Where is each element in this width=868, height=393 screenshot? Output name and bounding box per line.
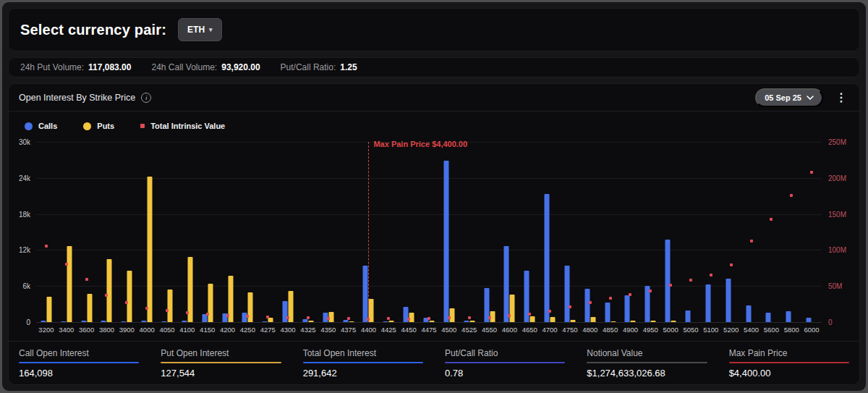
intrinsic-value-dot	[710, 274, 712, 276]
y-axis-right-tick: 200M	[828, 174, 846, 182]
strike-group-5400: 5400	[741, 142, 762, 322]
summary-stat-label: Notional Value	[587, 348, 707, 358]
strike-group-5050: 5050	[681, 142, 701, 322]
legend-item-total-intrinsic-value[interactable]: Total Intrinsic Value	[140, 122, 225, 130]
call-bar	[263, 321, 268, 322]
x-axis-tick: 5050	[683, 326, 698, 334]
y-axis-right-tick: 150M	[828, 210, 846, 218]
x-axis-tick: 5000	[663, 326, 678, 334]
summary-stat-max-pain-price: Max Pain Price$4,400.00	[729, 348, 849, 379]
strike-group-4300: 4300	[278, 142, 298, 322]
intrinsic-value-dot	[508, 314, 511, 317]
x-axis-tick: 3800	[99, 326, 114, 334]
panel-header: Open Interest By Strike Price i 05 Sep 2…	[9, 84, 859, 111]
call-bar	[383, 321, 388, 322]
y-axis-right-tick: 50M	[828, 282, 842, 290]
strike-group-4475: 4475	[419, 142, 439, 322]
max-pain-line	[368, 142, 369, 322]
call-bar	[545, 194, 550, 322]
stat-item: 24h Call Volume:93,920.00	[151, 62, 260, 72]
put-bar	[208, 284, 213, 322]
intrinsic-value-dot	[548, 310, 551, 313]
put-bar	[570, 320, 575, 322]
put-bar	[651, 321, 656, 322]
call-bar	[665, 240, 671, 322]
strike-group-3600: 3600	[77, 142, 97, 322]
summary-stat-put-call-ratio: Put/Call Ratio0.78	[445, 348, 565, 379]
summary-stat-label: Put Open Interest	[161, 348, 281, 358]
call-bar	[302, 319, 307, 322]
call-bar	[101, 321, 106, 322]
intrinsic-value-dot	[468, 316, 471, 319]
call-bar	[746, 305, 751, 322]
strike-group-5800: 5800	[781, 142, 801, 322]
summary-stat-notional-value: Notional Value$1,274,633,026.68	[587, 348, 707, 379]
strike-group-4050: 4050	[157, 142, 177, 322]
put-bar	[469, 321, 475, 322]
strike-group-4600: 4600	[499, 142, 519, 322]
strike-group-4200: 4200	[218, 142, 238, 322]
intrinsic-value-dot	[790, 194, 793, 197]
call-bar	[464, 321, 469, 322]
strike-group-6000: 6000	[801, 142, 822, 322]
call-bar	[283, 301, 288, 322]
strike-group-4850: 4850	[600, 142, 621, 322]
currency-pair-label: ETH	[187, 25, 205, 35]
intrinsic-value-dot	[427, 317, 430, 320]
put-bar	[590, 317, 595, 322]
x-axis-tick: 4400	[361, 326, 376, 334]
intrinsic-value-dot	[589, 301, 592, 304]
put-bar	[148, 177, 153, 322]
strike-group-4450: 4450	[399, 142, 419, 322]
currency-select-bar: Select currency pair: ETH ▾	[8, 8, 860, 51]
intrinsic-value-dot	[569, 305, 571, 308]
strike-group-3800: 3800	[97, 142, 117, 322]
call-bar	[807, 318, 812, 322]
put-bar	[268, 318, 273, 322]
x-axis-tick: 4100	[179, 326, 195, 334]
put-bar	[248, 292, 253, 322]
legend-item-puts[interactable]: Puts	[83, 122, 114, 130]
strike-group-4650: 4650	[519, 142, 540, 322]
strike-group-4275: 4275	[258, 142, 278, 322]
x-axis-tick: 3400	[59, 326, 74, 334]
intrinsic-value-dot	[65, 263, 68, 266]
strike-group-4950: 4950	[640, 142, 660, 322]
x-axis-tick: 4375	[341, 326, 356, 334]
summary-stat-label: Total Open Interest	[303, 348, 423, 358]
x-axis-tick: 4350	[320, 326, 336, 334]
intrinsic-value-dot	[407, 318, 410, 321]
strike-group-4150: 4150	[197, 142, 218, 322]
call-bar	[504, 246, 509, 322]
x-axis-tick: 4250	[240, 326, 255, 334]
call-bar	[685, 310, 690, 322]
strike-group-3200: 3200	[36, 142, 56, 322]
intrinsic-value-dot	[770, 218, 773, 221]
intrinsic-value-dot	[266, 316, 269, 318]
currency-pair-dropdown[interactable]: ETH ▾	[178, 18, 222, 41]
stat-item: 24h Put Volume:117,083.00	[20, 62, 131, 72]
summary-stat-label: Put/Call Ratio	[445, 348, 565, 358]
put-bar	[429, 321, 434, 322]
x-axis-tick: 3600	[79, 326, 94, 334]
summary-stat-underline	[729, 362, 849, 363]
app-window: Select currency pair: ETH ▾ 24h Put Volu…	[2, 2, 866, 391]
intrinsic-value-dot	[669, 284, 672, 287]
put-bar	[530, 316, 535, 322]
x-axis-tick: 4450	[401, 326, 417, 334]
x-axis-tick: 4800	[582, 326, 597, 334]
put-bar	[550, 317, 556, 322]
summary-stat-underline	[19, 362, 139, 363]
strike-group-4250: 4250	[237, 142, 258, 322]
kebab-menu-icon[interactable]: ⋮	[833, 92, 849, 103]
strike-group-4500: 4500	[439, 142, 459, 322]
expiry-date-dropdown[interactable]: 05 Sep 25	[755, 88, 823, 107]
strike-group-4325: 4325	[298, 142, 318, 322]
info-icon[interactable]: i	[141, 93, 151, 103]
summary-stat-put-open-interest: Put Open Interest127,544	[161, 348, 281, 379]
put-bar	[308, 321, 313, 322]
legend-item-calls[interactable]: Calls	[25, 122, 57, 130]
put-bar	[510, 295, 515, 322]
put-bar	[67, 246, 72, 322]
x-axis-tick: 3200	[38, 326, 54, 334]
